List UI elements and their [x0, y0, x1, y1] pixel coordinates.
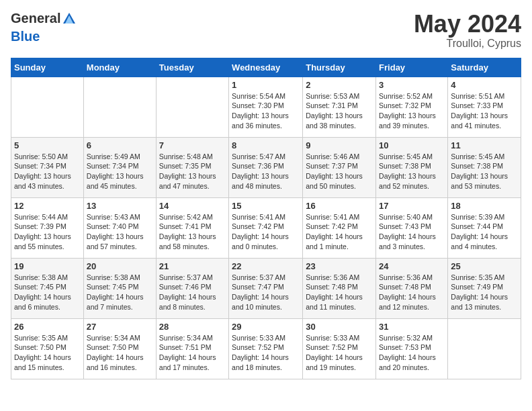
day-number: 28 — [159, 322, 226, 332]
day-detail: Sunrise: 5:35 AM Sunset: 7:49 PM Dayligh… — [451, 273, 518, 312]
day-detail: Sunrise: 5:44 AM Sunset: 7:39 PM Dayligh… — [14, 212, 81, 252]
day-detail: Sunrise: 5:54 AM Sunset: 7:30 PM Dayligh… — [232, 91, 300, 131]
month-year: May 2024 — [414, 11, 521, 38]
day-detail: Sunrise: 5:41 AM Sunset: 7:42 PM Dayligh… — [232, 212, 300, 252]
day-number: 29 — [232, 322, 300, 332]
calendar-cell: 3Sunrise: 5:52 AM Sunset: 7:32 PM Daylig… — [376, 77, 448, 137]
day-detail: Sunrise: 5:52 AM Sunset: 7:32 PM Dayligh… — [379, 91, 445, 131]
day-detail: Sunrise: 5:32 AM Sunset: 7:53 PM Dayligh… — [379, 333, 445, 373]
calendar-cell: 12Sunrise: 5:44 AM Sunset: 7:39 PM Dayli… — [11, 197, 84, 258]
day-number: 3 — [379, 80, 445, 90]
calendar-cell: 4Sunrise: 5:51 AM Sunset: 7:33 PM Daylig… — [448, 77, 521, 137]
logo-text: General Blue — [11, 11, 77, 44]
day-number: 26 — [14, 322, 81, 332]
day-number: 19 — [14, 261, 81, 271]
day-number: 24 — [379, 261, 445, 271]
day-detail: Sunrise: 5:38 AM Sunset: 7:45 PM Dayligh… — [14, 273, 81, 312]
calendar-cell: 6Sunrise: 5:49 AM Sunset: 7:34 PM Daylig… — [83, 137, 156, 197]
day-detail: Sunrise: 5:36 AM Sunset: 7:48 PM Dayligh… — [379, 273, 445, 312]
day-detail: Sunrise: 5:37 AM Sunset: 7:47 PM Dayligh… — [232, 273, 300, 312]
calendar-cell: 8Sunrise: 5:47 AM Sunset: 7:36 PM Daylig… — [229, 137, 303, 197]
title-block: May 2024 Troulloi, Cyprus — [414, 11, 521, 50]
calendar-cell: 21Sunrise: 5:37 AM Sunset: 7:46 PM Dayli… — [156, 258, 228, 318]
day-detail: Sunrise: 5:35 AM Sunset: 7:50 PM Dayligh… — [14, 333, 81, 373]
calendar-cell: 14Sunrise: 5:42 AM Sunset: 7:41 PM Dayli… — [156, 197, 228, 258]
weekday-header: Monday — [83, 58, 156, 77]
calendar-cell: 7Sunrise: 5:48 AM Sunset: 7:35 PM Daylig… — [156, 137, 228, 197]
day-number: 4 — [451, 80, 518, 90]
day-detail: Sunrise: 5:47 AM Sunset: 7:36 PM Dayligh… — [232, 152, 300, 191]
calendar-cell: 5Sunrise: 5:50 AM Sunset: 7:34 PM Daylig… — [11, 137, 84, 197]
day-detail: Sunrise: 5:36 AM Sunset: 7:48 PM Dayligh… — [306, 273, 373, 312]
calendar-week-row: 12Sunrise: 5:44 AM Sunset: 7:39 PM Dayli… — [11, 197, 521, 258]
calendar-cell: 26Sunrise: 5:35 AM Sunset: 7:50 PM Dayli… — [11, 318, 84, 379]
weekday-header: Friday — [376, 58, 448, 77]
day-number: 12 — [14, 201, 81, 211]
day-number: 21 — [159, 261, 226, 271]
calendar-cell — [11, 77, 84, 137]
location: Troulloi, Cyprus — [414, 38, 521, 50]
day-number: 15 — [232, 201, 300, 211]
day-detail: Sunrise: 5:43 AM Sunset: 7:40 PM Dayligh… — [87, 212, 153, 252]
logo-blue: Blue — [11, 29, 77, 44]
calendar-table: SundayMondayTuesdayWednesdayThursdayFrid… — [11, 58, 521, 379]
weekday-header: Wednesday — [229, 58, 303, 77]
calendar-week-row: 1Sunrise: 5:54 AM Sunset: 7:30 PM Daylig… — [11, 77, 521, 137]
calendar-cell: 22Sunrise: 5:37 AM Sunset: 7:47 PM Dayli… — [229, 258, 303, 318]
calendar-cell: 30Sunrise: 5:33 AM Sunset: 7:52 PM Dayli… — [303, 318, 376, 379]
day-number: 18 — [451, 201, 518, 211]
day-number: 11 — [451, 140, 518, 150]
day-detail: Sunrise: 5:45 AM Sunset: 7:38 PM Dayligh… — [379, 152, 445, 191]
day-detail: Sunrise: 5:45 AM Sunset: 7:38 PM Dayligh… — [451, 152, 518, 191]
day-detail: Sunrise: 5:50 AM Sunset: 7:34 PM Dayligh… — [14, 152, 81, 191]
calendar-cell: 10Sunrise: 5:45 AM Sunset: 7:38 PM Dayli… — [376, 137, 448, 197]
calendar-cell: 20Sunrise: 5:38 AM Sunset: 7:45 PM Dayli… — [83, 258, 156, 318]
calendar-cell: 29Sunrise: 5:33 AM Sunset: 7:52 PM Dayli… — [229, 318, 303, 379]
calendar-cell — [448, 318, 521, 379]
calendar-cell: 28Sunrise: 5:34 AM Sunset: 7:51 PM Dayli… — [156, 318, 228, 379]
day-detail: Sunrise: 5:33 AM Sunset: 7:52 PM Dayligh… — [232, 333, 300, 373]
weekday-header-row: SundayMondayTuesdayWednesdayThursdayFrid… — [11, 58, 521, 77]
calendar-cell: 19Sunrise: 5:38 AM Sunset: 7:45 PM Dayli… — [11, 258, 84, 318]
calendar-week-row: 5Sunrise: 5:50 AM Sunset: 7:34 PM Daylig… — [11, 137, 521, 197]
day-number: 8 — [232, 140, 300, 150]
day-detail: Sunrise: 5:51 AM Sunset: 7:33 PM Dayligh… — [451, 91, 518, 131]
day-detail: Sunrise: 5:42 AM Sunset: 7:41 PM Dayligh… — [159, 212, 226, 252]
calendar-cell: 1Sunrise: 5:54 AM Sunset: 7:30 PM Daylig… — [229, 77, 303, 137]
calendar-cell: 17Sunrise: 5:40 AM Sunset: 7:43 PM Dayli… — [376, 197, 448, 258]
day-detail: Sunrise: 5:39 AM Sunset: 7:44 PM Dayligh… — [451, 212, 518, 252]
day-detail: Sunrise: 5:49 AM Sunset: 7:34 PM Dayligh… — [87, 152, 153, 191]
day-number: 9 — [306, 140, 373, 150]
day-number: 30 — [306, 322, 373, 332]
day-detail: Sunrise: 5:38 AM Sunset: 7:45 PM Dayligh… — [87, 273, 153, 312]
calendar-week-row: 26Sunrise: 5:35 AM Sunset: 7:50 PM Dayli… — [11, 318, 521, 379]
logo-general: General — [11, 11, 77, 29]
day-number: 16 — [306, 201, 373, 211]
calendar-cell: 27Sunrise: 5:34 AM Sunset: 7:50 PM Dayli… — [83, 318, 156, 379]
day-number: 2 — [306, 80, 373, 90]
logo: General Blue — [11, 11, 77, 44]
calendar-cell: 16Sunrise: 5:41 AM Sunset: 7:42 PM Dayli… — [303, 197, 376, 258]
weekday-header: Saturday — [448, 58, 521, 77]
day-number: 1 — [232, 80, 300, 90]
weekday-header: Sunday — [11, 58, 84, 77]
day-number: 31 — [379, 322, 445, 332]
day-detail: Sunrise: 5:41 AM Sunset: 7:42 PM Dayligh… — [306, 212, 373, 252]
calendar-cell: 25Sunrise: 5:35 AM Sunset: 7:49 PM Dayli… — [448, 258, 521, 318]
calendar-cell: 23Sunrise: 5:36 AM Sunset: 7:48 PM Dayli… — [303, 258, 376, 318]
day-number: 6 — [87, 140, 153, 150]
day-detail: Sunrise: 5:40 AM Sunset: 7:43 PM Dayligh… — [379, 212, 445, 252]
day-detail: Sunrise: 5:53 AM Sunset: 7:31 PM Dayligh… — [306, 91, 373, 131]
day-detail: Sunrise: 5:33 AM Sunset: 7:52 PM Dayligh… — [306, 333, 373, 373]
logo-icon — [62, 11, 77, 26]
day-number: 13 — [87, 201, 153, 211]
calendar-cell: 11Sunrise: 5:45 AM Sunset: 7:38 PM Dayli… — [448, 137, 521, 197]
day-number: 23 — [306, 261, 373, 271]
calendar-cell: 2Sunrise: 5:53 AM Sunset: 7:31 PM Daylig… — [303, 77, 376, 137]
day-number: 20 — [87, 261, 153, 271]
day-detail: Sunrise: 5:34 AM Sunset: 7:50 PM Dayligh… — [87, 333, 153, 373]
day-number: 7 — [159, 140, 226, 150]
calendar-cell — [156, 77, 228, 137]
calendar-cell — [83, 77, 156, 137]
calendar-cell: 9Sunrise: 5:46 AM Sunset: 7:37 PM Daylig… — [303, 137, 376, 197]
